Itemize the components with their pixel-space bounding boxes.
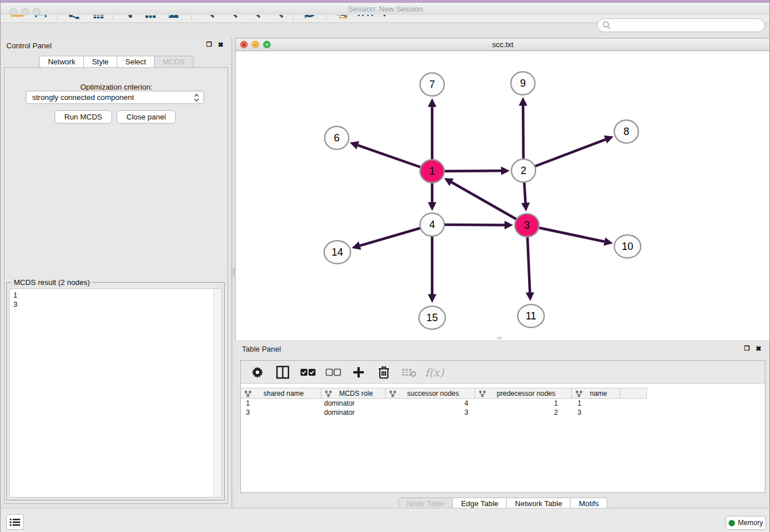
delete-column-icon[interactable] — [375, 364, 392, 380]
table-cell[interactable]: dominator — [321, 399, 386, 408]
table-cell[interactable]: 3 — [241, 408, 321, 417]
table-header-row: shared nameMCDS rolesuccessor nodesprede… — [241, 388, 765, 399]
graph-node-10[interactable]: 10 — [614, 235, 641, 258]
edge-arrowhead — [603, 237, 613, 246]
network-minimize-icon[interactable]: – — [252, 41, 259, 48]
memory-button[interactable]: Memory — [726, 516, 766, 530]
table-cell[interactable]: 1 — [572, 399, 620, 408]
mcds-result-line: 3 — [13, 300, 218, 309]
graph-node-15[interactable]: 15 — [419, 306, 445, 329]
table-cell[interactable]: 3 — [572, 408, 620, 417]
edge-arrowhead — [428, 202, 437, 211]
column-layout-icon[interactable] — [274, 364, 291, 380]
mcds-result-list[interactable]: 13 — [9, 288, 222, 498]
edge-arrowhead — [428, 98, 437, 107]
network-maximize-icon[interactable]: + — [263, 41, 271, 48]
graph-node-11[interactable]: 11 — [518, 304, 544, 327]
panel-splitter-handle[interactable] — [231, 268, 234, 276]
graph-node-8[interactable]: 8 — [614, 120, 638, 143]
table-settings-gear-icon[interactable] — [249, 364, 266, 380]
table-panel: Table Panel ❐ ✖ — [235, 342, 770, 508]
column-tree-icon — [245, 391, 251, 397]
search-field[interactable] — [597, 18, 765, 32]
window-titlebar: Session: New Session — [1, 3, 770, 15]
select-all-columns-icon[interactable] — [299, 364, 317, 380]
close-panel-button[interactable]: Close panel — [117, 110, 176, 124]
node-label: 4 — [429, 219, 435, 230]
close-traffic-icon[interactable] — [10, 8, 17, 16]
column-header-filler — [620, 388, 647, 399]
table-cell[interactable]: 2 — [475, 408, 572, 417]
canvas-scrollbar-thumb[interactable] — [497, 337, 502, 340]
graph-node-6[interactable]: 6 — [325, 126, 349, 149]
table-toolbar: f(x) — [241, 361, 765, 384]
column-header-shared-name[interactable]: shared name — [241, 388, 321, 399]
tab-mcds[interactable]: MCDS — [155, 56, 193, 68]
minimize-traffic-icon[interactable] — [21, 8, 29, 16]
close-table-panel-icon[interactable]: ✖ — [756, 345, 761, 353]
task-history-button[interactable] — [6, 514, 24, 530]
control-panel: Control Panel ❐ ✖ Network Style Select M… — [1, 38, 232, 508]
column-header-predecessor-nodes[interactable]: predecessor nodes — [475, 388, 572, 399]
graph-node-1[interactable]: 1 — [420, 160, 444, 183]
network-window-titlebar[interactable]: ✕ – + scc.txt — [236, 38, 770, 51]
network-canvas[interactable]: 7968124314101511 — [236, 51, 770, 340]
table-cell[interactable]: 4 — [386, 399, 475, 408]
memory-label: Memory — [738, 519, 763, 527]
network-graph: 7968124314101511 — [236, 51, 770, 340]
edge-arrowhead — [350, 141, 360, 149]
unselect-all-columns-icon[interactable] — [325, 364, 342, 380]
tab-select[interactable]: Select — [117, 56, 155, 68]
function-builder-icon[interactable]: f(x) — [426, 364, 443, 380]
float-panel-icon[interactable]: ❐ — [206, 41, 212, 49]
status-bar: Memory — [1, 508, 770, 532]
float-table-panel-icon[interactable]: ❐ — [744, 345, 750, 353]
criterion-dropdown[interactable]: strongly connected component — [26, 91, 204, 104]
graph-edge-3-1[interactable] — [452, 182, 527, 225]
node-label: 2 — [521, 165, 526, 176]
mcds-result-title: MCDS result (2 nodes) — [11, 278, 92, 287]
optimization-criterion-label: Optimization criterion: — [1, 83, 232, 91]
result-scrollbar[interactable] — [213, 289, 221, 497]
window-title: Session: New Session — [1, 3, 770, 15]
run-mcds-button[interactable]: Run MCDS — [55, 110, 112, 124]
search-icon — [602, 21, 611, 30]
table-cell[interactable]: 3 — [386, 408, 475, 417]
table-cell[interactable]: dominator — [321, 408, 386, 417]
network-close-icon[interactable]: ✕ — [240, 41, 248, 48]
table-row[interactable]: 3dominator323 — [241, 408, 765, 417]
mcds-result-group: MCDS result (2 nodes) 13 — [6, 282, 225, 500]
tab-style[interactable]: Style — [84, 56, 117, 68]
table-cell[interactable]: 1 — [241, 399, 321, 408]
graph-node-3[interactable]: 3 — [515, 214, 539, 237]
network-window-title: scc.txt — [236, 38, 770, 51]
node-label: 7 — [429, 79, 435, 90]
table-row[interactable]: 1dominator411 — [241, 399, 765, 408]
application-window: Session: New Session — [0, 0, 770, 532]
mcds-result-lines: 13 — [13, 291, 218, 309]
edge-arrowhead — [505, 221, 513, 229]
graph-node-14[interactable]: 14 — [324, 241, 351, 264]
add-column-icon[interactable] — [350, 364, 367, 380]
node-label: 1 — [429, 165, 435, 177]
edge-arrowhead — [526, 292, 534, 301]
close-panel-icon[interactable]: ✖ — [218, 41, 224, 49]
graph-edge-2-8[interactable] — [523, 140, 606, 171]
column-header-successor-nodes[interactable]: successor nodes — [386, 388, 475, 399]
graph-node-9[interactable]: 9 — [511, 72, 535, 95]
delete-table-icon[interactable] — [401, 364, 418, 380]
table-cell[interactable]: 1 — [475, 399, 572, 408]
column-header-MCDS-role[interactable]: MCDS role — [321, 388, 386, 399]
graph-node-7[interactable]: 7 — [420, 73, 444, 96]
window-traffic-lights[interactable] — [10, 8, 40, 16]
column-header-name[interactable]: name — [572, 388, 620, 399]
tab-network[interactable]: Network — [39, 56, 84, 68]
search-input[interactable] — [611, 20, 764, 31]
graph-node-4[interactable]: 4 — [420, 213, 444, 236]
mcds-result-line: 1 — [13, 291, 218, 300]
column-tree-icon — [390, 391, 396, 397]
edge-arrowhead — [428, 294, 437, 303]
memory-status-icon — [729, 520, 735, 526]
graph-node-2[interactable]: 2 — [511, 159, 536, 182]
maximize-traffic-icon[interactable] — [33, 8, 40, 16]
